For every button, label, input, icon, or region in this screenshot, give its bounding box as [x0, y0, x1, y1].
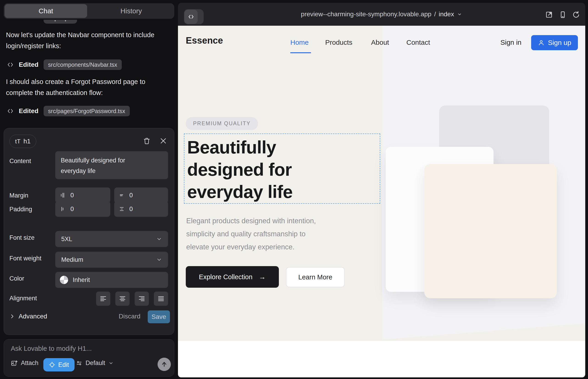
attach-button[interactable]: Attach	[11, 360, 39, 367]
color-swatch-icon	[60, 276, 68, 284]
padding-vertical-icon	[119, 206, 125, 212]
text-type-icon: tT	[15, 138, 21, 145]
content-textarea[interactable]: Beautifully designed for everyday life	[55, 151, 168, 179]
refresh-button[interactable]	[572, 10, 581, 19]
chat-history-tabs: Chat History	[4, 3, 174, 19]
code-brackets-icon	[7, 108, 14, 114]
person-icon	[538, 39, 545, 46]
edited-file-chip[interactable]: src/pages/ForgotPassword.tsx	[44, 106, 130, 116]
model-default-select[interactable]: Default	[76, 360, 113, 367]
advanced-toggle[interactable]: Advanced	[9, 313, 47, 320]
padding-label: Padding	[9, 206, 32, 213]
color-label: Color	[9, 275, 24, 282]
rendered-page: Essence Home Products About Contact Sign…	[178, 26, 585, 377]
arrow-right-icon: →	[259, 273, 266, 281]
learn-more-button[interactable]: Learn More	[286, 267, 345, 287]
content-label: Content	[9, 158, 31, 165]
nav-link-home[interactable]: Home	[290, 39, 309, 46]
align-justify-button[interactable]	[154, 292, 168, 306]
chevron-down-icon	[156, 236, 162, 242]
chat-message: I should also create a Forgot Password p…	[6, 76, 171, 98]
font-size-select[interactable]: 5XL	[55, 231, 168, 247]
target-icon	[49, 362, 55, 368]
align-right-button[interactable]	[135, 292, 149, 306]
chevron-down-icon	[156, 257, 162, 263]
preview-panel: preview--charming-site-symphony.lovable.…	[178, 3, 585, 377]
edited-label: Edited	[19, 61, 39, 68]
padding-vertical-input[interactable]: 0	[114, 201, 168, 217]
decor-card-beige	[424, 164, 557, 298]
edited-file-chip[interactable]: src/components/Navbar.tsx	[44, 59, 122, 70]
sign-in-link[interactable]: Sign in	[500, 39, 522, 46]
tab-chat[interactable]: Chat	[5, 4, 87, 18]
page-name: index	[439, 11, 454, 18]
edited-file-row: Edited src/components/Navbar.tsx	[7, 59, 122, 70]
chevron-down-icon	[457, 12, 462, 17]
margin-horizontal-icon	[60, 192, 66, 198]
hero-paragraph: Elegant products designed with intention…	[186, 214, 316, 253]
margin-label: Margin	[9, 192, 29, 199]
send-button[interactable]	[157, 358, 171, 371]
attach-image-icon	[11, 360, 18, 367]
nav-link-products[interactable]: Products	[325, 39, 352, 46]
premium-quality-badge: PREMIUM QUALITY	[186, 117, 258, 130]
chat-composer: Ask Lovable to modify H1... Attach Edit …	[4, 339, 174, 377]
margin-vertical-icon	[119, 192, 125, 198]
close-editor-button[interactable]	[158, 136, 169, 146]
edited-label: Edited	[19, 107, 39, 115]
preview-url: preview--charming-site-symphony.lovable.…	[301, 11, 431, 18]
chevron-right-icon	[9, 314, 15, 319]
code-brackets-icon	[7, 61, 14, 68]
element-tag-label: h1	[23, 138, 31, 145]
padding-horizontal-icon	[60, 206, 66, 212]
explore-collection-button[interactable]: Explore Collection →	[186, 266, 279, 288]
nav-link-about[interactable]: About	[371, 39, 389, 46]
font-size-label: Font size	[9, 234, 35, 241]
color-picker-field[interactable]: Inherit	[55, 272, 168, 288]
align-left-button[interactable]	[96, 292, 110, 306]
sign-up-button[interactable]: Sign up	[531, 35, 578, 50]
edited-file-row: Edited src/pages/ForgotPassword.tsx	[7, 106, 130, 117]
open-external-button[interactable]	[544, 10, 554, 19]
margin-vertical-input[interactable]: 0	[114, 188, 168, 203]
margin-horizontal-input[interactable]: 0	[55, 188, 110, 203]
url-breadcrumb[interactable]: preview--charming-site-symphony.lovable.…	[178, 3, 585, 26]
font-weight-label: Font weight	[9, 255, 42, 262]
chat-message: Now let's update the Navbar component to…	[6, 29, 171, 51]
chat-input[interactable]: Ask Lovable to modify H1...	[11, 345, 92, 352]
arrow-up-icon	[161, 361, 168, 368]
discard-button[interactable]: Discard	[116, 313, 143, 320]
delete-element-button[interactable]	[141, 136, 152, 146]
alignment-label: Alignment	[9, 295, 37, 302]
align-center-button[interactable]	[115, 292, 130, 306]
font-weight-select[interactable]: Medium	[55, 252, 168, 268]
url-separator: /	[434, 11, 436, 18]
active-nav-underline	[290, 52, 311, 53]
sliders-icon	[76, 360, 82, 366]
save-button[interactable]: Save	[148, 310, 170, 323]
nav-link-contact[interactable]: Contact	[406, 39, 430, 46]
chevron-down-icon	[108, 361, 113, 366]
edit-mode-button[interactable]: Edit	[43, 358, 75, 371]
selected-element-badge: tT h1	[9, 135, 36, 148]
padding-horizontal-input[interactable]: 0	[55, 201, 110, 217]
truncated-pill-button[interactable]	[44, 20, 77, 24]
tab-history[interactable]: History	[88, 3, 174, 19]
mobile-view-button[interactable]	[558, 10, 567, 19]
code-view-toggle[interactable]	[184, 9, 204, 24]
element-editor-panel: tT h1 Content Beautifully designed for e…	[4, 128, 174, 335]
hero-heading: Beautifully designed for everyday life	[187, 136, 293, 203]
site-logo[interactable]: Essence	[186, 35, 223, 46]
code-brackets-icon	[184, 10, 198, 24]
